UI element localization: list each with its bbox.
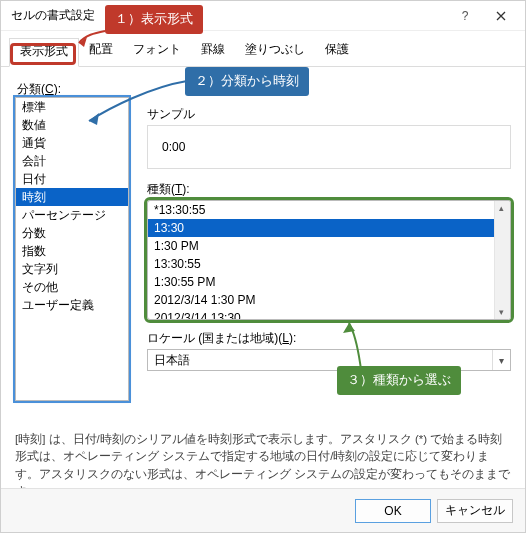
category-item-text[interactable]: 文字列 xyxy=(16,260,128,278)
category-item-fraction[interactable]: 分数 xyxy=(16,224,128,242)
dialog-window: セルの書式設定 ? 表示形式 配置 フォント 罫線 塗りつぶし 保護 分類(C)… xyxy=(0,0,526,533)
category-label: 分類(C): xyxy=(17,81,511,98)
tab-bar: 表示形式 配置 フォント 罫線 塗りつぶし 保護 xyxy=(1,31,525,67)
tab-number-format[interactable]: 表示形式 xyxy=(9,38,79,67)
right-pane: サンプル 0:00 種類(T): *13:30:55 13:30 1:30 PM… xyxy=(147,100,511,371)
category-item-special[interactable]: その他 xyxy=(16,278,128,296)
locale-select[interactable]: 日本語 ▾ xyxy=(147,349,511,371)
window-title: セルの書式設定 xyxy=(11,7,447,24)
help-button[interactable]: ? xyxy=(447,3,483,29)
type-item-0[interactable]: *13:30:55 xyxy=(148,201,510,219)
sample-value: 0:00 xyxy=(162,140,185,154)
type-label: 種類(T): xyxy=(147,181,511,198)
chevron-down-icon: ▾ xyxy=(492,350,510,370)
locale-value: 日本語 xyxy=(148,352,492,369)
category-listbox[interactable]: 標準 数値 通貨 会計 日付 時刻 パーセンテージ 分数 指数 文字列 その他 … xyxy=(15,97,129,401)
sample-box: 0:00 xyxy=(147,125,511,169)
locale-label: ロケール (国または地域)(L): xyxy=(147,330,511,347)
category-item-date[interactable]: 日付 xyxy=(16,170,128,188)
cancel-button[interactable]: キャンセル xyxy=(437,499,513,523)
category-item-time[interactable]: 時刻 xyxy=(16,188,128,206)
tab-alignment[interactable]: 配置 xyxy=(79,37,123,66)
dialog-footer: OK キャンセル xyxy=(1,488,525,532)
type-item-2[interactable]: 1:30 PM xyxy=(148,237,510,255)
category-item-currency[interactable]: 通貨 xyxy=(16,134,128,152)
category-item-standard[interactable]: 標準 xyxy=(16,98,128,116)
category-item-custom[interactable]: ユーザー定義 xyxy=(16,296,128,314)
type-scrollbar[interactable] xyxy=(494,201,510,319)
category-item-accounting[interactable]: 会計 xyxy=(16,152,128,170)
type-item-5[interactable]: 2012/3/14 1:30 PM xyxy=(148,291,510,309)
titlebar: セルの書式設定 ? xyxy=(1,1,525,31)
type-item-3[interactable]: 13:30:55 xyxy=(148,255,510,273)
type-item-6[interactable]: 2012/3/14 13:30 xyxy=(148,309,510,320)
category-item-scientific[interactable]: 指数 xyxy=(16,242,128,260)
type-item-4[interactable]: 1:30:55 PM xyxy=(148,273,510,291)
ok-button[interactable]: OK xyxy=(355,499,431,523)
tab-border[interactable]: 罫線 xyxy=(191,37,235,66)
category-item-percentage[interactable]: パーセンテージ xyxy=(16,206,128,224)
type-item-1[interactable]: 13:30 xyxy=(148,219,510,237)
close-button[interactable] xyxy=(483,3,519,29)
tab-fill[interactable]: 塗りつぶし xyxy=(235,37,315,66)
sample-label: サンプル xyxy=(147,100,511,123)
dialog-body: 分類(C): 標準 数値 通貨 会計 日付 時刻 パーセンテージ 分数 指数 文… xyxy=(1,67,525,381)
close-icon xyxy=(496,11,506,21)
tab-font[interactable]: フォント xyxy=(123,37,191,66)
tab-protection[interactable]: 保護 xyxy=(315,37,359,66)
category-item-number[interactable]: 数値 xyxy=(16,116,128,134)
type-listbox[interactable]: *13:30:55 13:30 1:30 PM 13:30:55 1:30:55… xyxy=(147,200,511,320)
